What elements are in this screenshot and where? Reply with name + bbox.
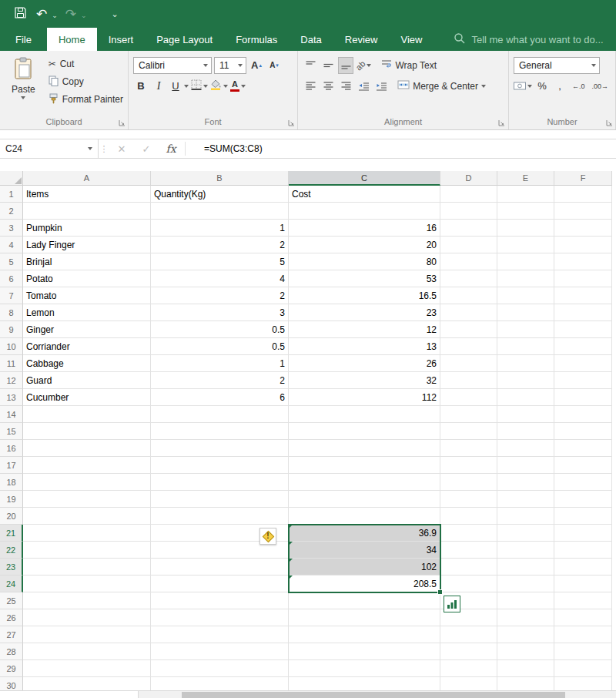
format-painter-button[interactable]: Format Painter <box>49 92 123 106</box>
align-right-button[interactable] <box>338 78 353 95</box>
cell-B25[interactable] <box>151 592 289 609</box>
cell-A3[interactable]: Pumpkin <box>23 220 151 237</box>
cell-C17[interactable] <box>289 457 440 474</box>
cell-F19[interactable] <box>554 491 612 508</box>
font-name-combobox[interactable]: Calibri <box>133 57 212 74</box>
accounting-format-button[interactable] <box>514 78 532 95</box>
cell-B9[interactable]: 0.5 <box>151 321 289 338</box>
cell-F17[interactable] <box>554 457 612 474</box>
borders-button[interactable] <box>191 78 208 95</box>
cell-D28[interactable] <box>440 643 497 660</box>
cell-A18[interactable] <box>23 474 151 491</box>
cell-A17[interactable] <box>23 457 151 474</box>
row-header-24[interactable]: 24 <box>0 576 23 592</box>
horizontal-scrollbar[interactable] <box>0 690 616 698</box>
tab-review[interactable]: Review <box>333 28 390 51</box>
tab-view[interactable]: View <box>389 28 434 51</box>
cell-D5[interactable] <box>440 253 497 270</box>
cell-D17[interactable] <box>440 457 497 474</box>
cell-C8[interactable]: 23 <box>289 304 440 321</box>
increase-decimal-button[interactable]: ←.0 <box>570 78 588 95</box>
cell-A5[interactable]: Brinjal <box>23 253 151 270</box>
row-header-11[interactable]: 11 <box>0 355 23 372</box>
font-size-combobox[interactable]: 11 <box>214 57 246 74</box>
scrollbar-thumb[interactable] <box>182 692 565 698</box>
paste-button[interactable]: Paste <box>5 55 42 116</box>
cell-B13[interactable]: 6 <box>151 389 289 406</box>
row-header-3[interactable]: 3 <box>0 220 23 237</box>
cell-B15[interactable] <box>151 423 289 440</box>
cell-B2[interactable] <box>151 203 289 220</box>
cell-A20[interactable] <box>23 508 151 525</box>
orientation-button[interactable]: ab <box>356 57 371 74</box>
cell-B28[interactable] <box>151 643 289 660</box>
row-header-8[interactable]: 8 <box>0 304 23 321</box>
cell-A22[interactable] <box>23 542 151 559</box>
bold-button[interactable]: B <box>133 78 149 95</box>
font-dialog-launcher-icon[interactable] <box>287 119 295 126</box>
cell-F7[interactable] <box>554 287 612 304</box>
cell-A12[interactable]: Guard <box>23 372 151 389</box>
column-header-E[interactable]: E <box>497 171 554 186</box>
cell-C27[interactable] <box>289 626 440 643</box>
cell-C11[interactable]: 26 <box>289 355 440 372</box>
cell-B5[interactable]: 5 <box>151 253 289 270</box>
cell-D1[interactable] <box>440 186 497 203</box>
cell-A26[interactable] <box>23 609 151 626</box>
undo-dropdown-icon[interactable]: ⌄ <box>52 12 58 19</box>
cell-B19[interactable] <box>151 491 289 508</box>
row-header-4[interactable]: 4 <box>0 237 23 253</box>
cell-C28[interactable] <box>289 643 440 660</box>
cell-E8[interactable] <box>497 304 554 321</box>
cell-E11[interactable] <box>497 355 554 372</box>
align-top-button[interactable] <box>303 57 318 74</box>
cell-F16[interactable] <box>554 440 612 457</box>
cell-E1[interactable] <box>497 186 554 203</box>
cell-A16[interactable] <box>23 440 151 457</box>
row-header-25[interactable]: 25 <box>0 592 23 609</box>
cell-C6[interactable]: 53 <box>289 270 440 287</box>
cell-A28[interactable] <box>23 643 151 660</box>
cell-C1[interactable]: Cost <box>289 186 440 203</box>
cell-A25[interactable] <box>23 592 151 609</box>
cell-B3[interactable]: 1 <box>151 220 289 237</box>
cell-B11[interactable]: 1 <box>151 355 289 372</box>
row-header-19[interactable]: 19 <box>0 491 23 508</box>
cell-E22[interactable] <box>497 542 554 559</box>
formula-input[interactable]: =SUM(C3:C8) <box>187 139 616 158</box>
cell-C20[interactable] <box>289 508 440 525</box>
cell-F29[interactable] <box>554 660 612 677</box>
cell-D15[interactable] <box>440 423 497 440</box>
cell-D10[interactable] <box>440 338 497 355</box>
cell-F4[interactable] <box>554 237 612 253</box>
cell-F8[interactable] <box>554 304 612 321</box>
cell-E12[interactable] <box>497 372 554 389</box>
cell-C22[interactable]: 34 <box>289 542 440 559</box>
cell-E2[interactable] <box>497 203 554 220</box>
tab-formulas[interactable]: Formulas <box>224 28 289 51</box>
cell-D12[interactable] <box>440 372 497 389</box>
cell-E26[interactable] <box>497 609 554 626</box>
cell-E23[interactable] <box>497 559 554 576</box>
cell-D19[interactable] <box>440 491 497 508</box>
row-header-29[interactable]: 29 <box>0 660 23 677</box>
cell-A7[interactable]: Tomato <box>23 287 151 304</box>
cell-E5[interactable] <box>497 253 554 270</box>
cell-B20[interactable] <box>151 508 289 525</box>
cell-B10[interactable]: 0.5 <box>151 338 289 355</box>
column-header-D[interactable]: D <box>440 171 497 186</box>
number-dialog-launcher-icon[interactable] <box>605 119 613 126</box>
cell-F28[interactable] <box>554 643 612 660</box>
cell-C29[interactable] <box>289 660 440 677</box>
cell-A4[interactable]: Lady Finger <box>23 237 151 253</box>
cell-B1[interactable]: Quantity(Kg) <box>151 186 289 203</box>
cell-F21[interactable] <box>554 525 612 542</box>
cell-F15[interactable] <box>554 423 612 440</box>
cell-E17[interactable] <box>497 457 554 474</box>
decrease-indent-button[interactable] <box>356 78 371 95</box>
cell-C15[interactable] <box>289 423 440 440</box>
cell-C21[interactable]: 36.9 <box>289 525 440 542</box>
row-header-28[interactable]: 28 <box>0 643 23 660</box>
cell-A21[interactable] <box>23 525 151 542</box>
cell-C9[interactable]: 12 <box>289 321 440 338</box>
